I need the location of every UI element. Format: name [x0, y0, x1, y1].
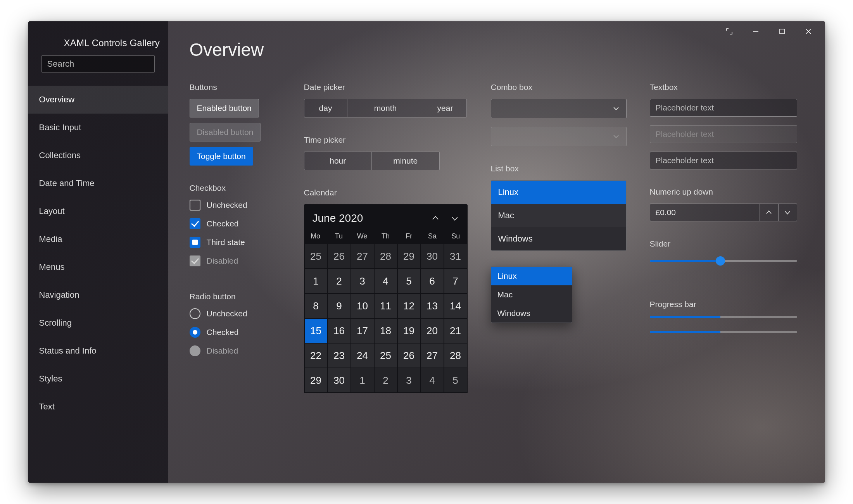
calendar-day[interactable]: 9: [328, 294, 351, 318]
date-month[interactable]: month: [347, 99, 424, 117]
calendar-day[interactable]: 24: [351, 343, 374, 368]
calendar-day[interactable]: 2: [375, 368, 397, 392]
calendar-day[interactable]: 7: [444, 269, 467, 293]
textbox-2[interactable]: [650, 152, 797, 169]
close-icon[interactable]: [804, 27, 813, 36]
calendar-day[interactable]: 8: [305, 294, 327, 318]
app-title: XAML Controls Gallery: [28, 21, 168, 55]
nav-item-styles[interactable]: Styles: [28, 365, 168, 393]
calendar-day[interactable]: 11: [375, 294, 397, 318]
calendar-day[interactable]: 28: [444, 343, 467, 368]
calendar-next-icon[interactable]: [451, 214, 459, 223]
nav-item-scrolling[interactable]: Scrolling: [28, 309, 168, 337]
nav-item-basic-input[interactable]: Basic Input: [28, 114, 168, 142]
time-hour[interactable]: hour: [304, 152, 372, 170]
list-item[interactable]: Windows: [491, 227, 626, 250]
calendar-day[interactable]: 30: [328, 368, 351, 392]
calendar-day[interactable]: 26: [328, 244, 351, 268]
calendar-day[interactable]: 1: [351, 368, 374, 392]
checkbox-checked[interactable]: Checked: [190, 218, 281, 229]
progress-bar-1: [650, 316, 797, 318]
calendar-day[interactable]: 27: [351, 244, 374, 268]
timepicker-label: Time picker: [304, 135, 468, 145]
calendar-day[interactable]: 14: [444, 294, 467, 318]
chevron-down-icon: [612, 133, 620, 140]
enabled-button[interactable]: Enabled button: [190, 99, 259, 117]
calendar-day[interactable]: 5: [444, 368, 467, 392]
minimize-icon[interactable]: [751, 27, 760, 36]
numeric-value[interactable]: £0.00: [650, 204, 760, 221]
calendar-day[interactable]: 26: [398, 343, 420, 368]
nav-item-layout[interactable]: Layout: [28, 197, 168, 225]
calendar-day[interactable]: 10: [351, 294, 374, 318]
calendar-day[interactable]: 5: [398, 269, 420, 293]
calendar-day[interactable]: 28: [375, 244, 397, 268]
calendar-day[interactable]: 15: [305, 319, 327, 343]
checkbox-third[interactable]: Third state: [190, 237, 281, 248]
calendar-day[interactable]: 18: [375, 319, 397, 343]
nav-item-collections[interactable]: Collections: [28, 142, 168, 169]
combobox[interactable]: [491, 99, 627, 118]
numeric-up-down[interactable]: £0.00: [650, 204, 797, 221]
dropdown-item[interactable]: Mac: [491, 285, 572, 304]
nav-item-overview[interactable]: Overview: [28, 86, 168, 114]
calendar-day[interactable]: 22: [305, 343, 327, 368]
calendar-title[interactable]: June 2020: [313, 212, 431, 224]
search-input[interactable]: [41, 55, 155, 72]
calendar-label: Calendar: [304, 188, 468, 197]
date-year[interactable]: year: [424, 99, 466, 117]
radio-unchecked[interactable]: Unchecked: [190, 308, 281, 319]
nav-item-status-and-info[interactable]: Status and Info: [28, 337, 168, 365]
radio-checked[interactable]: Checked: [190, 327, 281, 338]
calendar-day[interactable]: 25: [375, 343, 397, 368]
time-minute[interactable]: minute: [371, 152, 439, 170]
numeric-up-icon[interactable]: [760, 204, 779, 221]
list-item[interactable]: Mac: [491, 204, 626, 227]
calendar-day[interactable]: 6: [421, 269, 444, 293]
listbox[interactable]: LinuxMacWindows: [491, 180, 627, 251]
calendar-day[interactable]: 1: [305, 269, 327, 293]
calendar-dow: Mo: [304, 232, 327, 240]
checkbox-label: Checkbox: [190, 183, 281, 193]
calendar-day[interactable]: 25: [305, 244, 327, 268]
calendar-day[interactable]: 23: [328, 343, 351, 368]
calendar-day[interactable]: 21: [444, 319, 467, 343]
calendar-day[interactable]: 30: [421, 244, 444, 268]
calendar-day[interactable]: 2: [328, 269, 351, 293]
nav-item-text[interactable]: Text: [28, 393, 168, 421]
calendar-day[interactable]: 3: [398, 368, 420, 392]
fullscreen-icon[interactable]: [725, 27, 734, 36]
dropdown-item[interactable]: Linux: [491, 267, 572, 285]
calendar-prev-icon[interactable]: [431, 214, 440, 223]
dropdown-menu[interactable]: LinuxMacWindows: [491, 266, 572, 323]
calendar-day[interactable]: 19: [398, 319, 420, 343]
textbox-1[interactable]: [650, 99, 797, 117]
maximize-icon[interactable]: [778, 27, 786, 36]
date-picker[interactable]: day month year: [304, 99, 467, 117]
calendar-day[interactable]: 31: [444, 244, 467, 268]
calendar-day[interactable]: 20: [421, 319, 444, 343]
calendar-day[interactable]: 27: [421, 343, 444, 368]
calendar-day[interactable]: 3: [351, 269, 374, 293]
date-day[interactable]: day: [304, 99, 347, 117]
slider[interactable]: [650, 255, 797, 266]
calendar-day[interactable]: 16: [328, 319, 351, 343]
nav-item-menus[interactable]: Menus: [28, 253, 168, 281]
slider-thumb[interactable]: [716, 256, 725, 266]
nav-item-date-and-time[interactable]: Date and Time: [28, 169, 168, 197]
numeric-down-icon[interactable]: [779, 204, 797, 221]
calendar-day[interactable]: 13: [421, 294, 444, 318]
calendar-day[interactable]: 29: [398, 244, 420, 268]
calendar-day[interactable]: 17: [351, 319, 374, 343]
calendar-day[interactable]: 29: [305, 368, 327, 392]
list-item[interactable]: Linux: [491, 181, 626, 204]
calendar-day[interactable]: 4: [421, 368, 444, 392]
checkbox-unchecked[interactable]: Unchecked: [190, 200, 281, 211]
dropdown-item[interactable]: Windows: [491, 304, 572, 323]
toggle-button[interactable]: Toggle button: [190, 147, 253, 166]
calendar-day[interactable]: 4: [375, 269, 397, 293]
calendar-day[interactable]: 12: [398, 294, 420, 318]
nav-item-navigation[interactable]: Navigation: [28, 281, 168, 309]
nav-item-media[interactable]: Media: [28, 225, 168, 253]
time-picker[interactable]: hour minute: [304, 152, 440, 170]
